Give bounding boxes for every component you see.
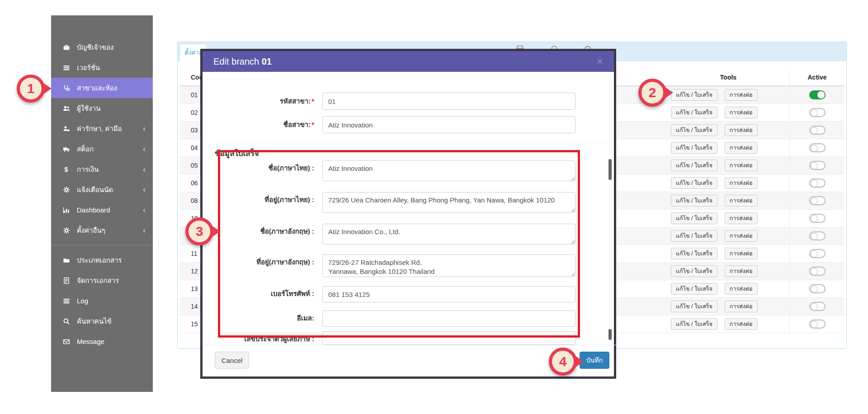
edit-receipt-button[interactable]: แก้ไข / ใบเสร็จ xyxy=(671,212,717,224)
sidebar-item-label: บัญชีเจ้าของ xyxy=(77,42,113,53)
edit-receipt-button[interactable]: แก้ไข / ใบเสร็จ xyxy=(671,195,717,207)
forward-button[interactable]: การส่งต่อ xyxy=(725,89,758,101)
edit-receipt-button[interactable]: แก้ไข / ใบเสร็จ xyxy=(671,318,717,330)
chevron-left-icon: ‹ xyxy=(143,145,146,153)
modal-header: Edit branch 01 × xyxy=(203,51,614,72)
branch-code-input[interactable] xyxy=(322,93,576,110)
sidebar-item[interactable]: สาขาและห้อง ‹ xyxy=(51,78,153,98)
edit-receipt-button[interactable]: แก้ไข / ใบเสร็จ xyxy=(671,160,717,171)
forward-button[interactable]: การส่งต่อ xyxy=(725,301,758,312)
sidebar-divider xyxy=(51,245,153,245)
edit-receipt-button[interactable]: แก้ไข / ใบเสร็จ xyxy=(671,265,717,277)
sidebar-item[interactable]: แจ้งเตือนนัด ‹ xyxy=(51,179,153,200)
receipt-address-en-input[interactable] xyxy=(322,254,576,277)
receipt-name-th-input[interactable] xyxy=(322,160,576,181)
sidebar-item[interactable]: ค่ารักษา, ค่ามือ ‹ xyxy=(51,118,153,139)
dollar-icon: $ xyxy=(62,166,71,173)
active-toggle[interactable] xyxy=(809,126,826,135)
edit-branch-modal: Edit branch 01 × รหัสสาขา:*ชื่อสาขา:*ชื่… xyxy=(200,49,616,379)
active-toggle[interactable] xyxy=(809,231,826,240)
active-toggle[interactable] xyxy=(809,161,826,170)
forward-button[interactable]: การส่งต่อ xyxy=(725,248,758,259)
active-toggle[interactable] xyxy=(809,143,826,152)
sidebar-item-label: เวอร์ชั่น xyxy=(77,62,100,73)
forward-button[interactable]: การส่งต่อ xyxy=(725,230,758,242)
edit-receipt-button[interactable]: แก้ไข / ใบเสร็จ xyxy=(671,230,717,242)
receipt-address-th-input[interactable] xyxy=(322,192,576,213)
edit-receipt-button[interactable]: แก้ไข / ใบเสร็จ xyxy=(671,248,717,259)
stethoscope-icon xyxy=(62,85,71,92)
edit-receipt-button[interactable]: แก้ไข / ใบเสร็จ xyxy=(671,283,717,295)
forward-button[interactable]: การส่งต่อ xyxy=(725,124,758,136)
chevron-left-icon: ‹ xyxy=(143,206,146,214)
sidebar-item[interactable]: ประเภทเอกสาร ‹ xyxy=(51,250,153,270)
sidebar-item[interactable]: Dashboard ‹ xyxy=(51,200,153,220)
sidebar-item[interactable]: จัดการเอกสาร ‹ xyxy=(51,270,153,291)
active-toggle[interactable] xyxy=(809,302,826,311)
header-tools: Tools xyxy=(667,74,789,81)
modal-scrollbar-thumb[interactable] xyxy=(609,329,612,340)
forward-button[interactable]: การส่งต่อ xyxy=(725,283,758,295)
cancel-button[interactable]: Cancel xyxy=(215,352,249,369)
forward-button[interactable]: การส่งต่อ xyxy=(725,318,758,330)
edit-receipt-button[interactable]: แก้ไข / ใบเสร็จ xyxy=(671,142,717,154)
active-toggle[interactable] xyxy=(809,214,826,223)
forward-button[interactable]: การส่งต่อ xyxy=(725,160,758,171)
phone-input[interactable] xyxy=(322,286,576,302)
active-toggle[interactable] xyxy=(809,249,826,258)
active-toggle[interactable] xyxy=(809,179,826,188)
forward-button[interactable]: การส่งต่อ xyxy=(725,142,758,154)
svg-text:$: $ xyxy=(64,166,68,173)
edit-receipt-button[interactable]: แก้ไข / ใบเสร็จ xyxy=(671,177,717,189)
email-input[interactable] xyxy=(322,310,576,327)
close-icon[interactable]: × xyxy=(597,56,603,67)
sidebar-item[interactable]: ค้นหาคนไข้ ‹ xyxy=(51,311,153,331)
modal-divider xyxy=(215,142,606,143)
app-canvas: บัญชีเจ้าของ ‹ เวอร์ชั่น ‹ สาขาและห้อง ‹… xyxy=(0,0,868,414)
active-toggle[interactable] xyxy=(809,284,826,293)
forward-button[interactable]: การส่งต่อ xyxy=(725,212,758,224)
annotation-step-2: 2 xyxy=(638,79,666,107)
tax-id-input[interactable] xyxy=(322,331,576,345)
active-toggle[interactable] xyxy=(809,196,826,205)
edit-receipt-button[interactable]: แก้ไข / ใบเสร็จ xyxy=(671,301,717,312)
envelope-icon xyxy=(62,338,71,345)
edit-receipt-button[interactable]: แก้ไข / ใบเสร็จ xyxy=(671,89,717,101)
active-toggle[interactable] xyxy=(809,320,826,329)
sidebar-item[interactable]: $ การเงิน ‹ xyxy=(51,159,153,179)
forward-button[interactable]: การส่งต่อ xyxy=(725,177,758,189)
sidebar-item-label: ประเภทเอกสาร xyxy=(77,255,122,266)
required-asterisk: * xyxy=(311,97,314,105)
forward-button[interactable]: การส่งต่อ xyxy=(725,107,758,118)
active-toggle[interactable] xyxy=(809,90,826,99)
sidebar-item[interactable]: ผู้ใช้งาน ‹ xyxy=(51,98,153,118)
receipt-address-th-label: ที่อยู่(ภาษาไทย) : xyxy=(197,195,314,205)
sidebar-item[interactable]: เวอร์ชั่น ‹ xyxy=(51,57,153,78)
chevron-left-icon: ‹ xyxy=(143,165,146,173)
chevron-left-icon: ‹ xyxy=(143,125,146,132)
document-icon xyxy=(62,277,71,284)
edit-receipt-button[interactable]: แก้ไข / ใบเสร็จ xyxy=(671,107,717,118)
sidebar-item[interactable]: บัญชีเจ้าของ ‹ xyxy=(51,37,153,57)
briefcase-icon xyxy=(62,44,71,51)
modal-scrollbar-thumb[interactable] xyxy=(609,159,612,180)
forward-button[interactable]: การส่งต่อ xyxy=(725,195,758,207)
active-toggle[interactable] xyxy=(809,108,826,117)
receipt-name-en-input[interactable] xyxy=(322,224,576,245)
list-icon xyxy=(62,297,71,305)
sidebar-item[interactable]: Message ‹ xyxy=(51,331,153,352)
sidebar-item[interactable]: สต็อก ‹ xyxy=(51,139,153,159)
header-active: Active xyxy=(789,69,844,85)
sidebar-item-label: Dashboard xyxy=(77,206,110,214)
sidebar-item[interactable]: ตั้งค่าอื่นๆ ‹ xyxy=(51,220,153,240)
annotation-step-3: 3 xyxy=(185,217,213,245)
active-toggle[interactable] xyxy=(809,267,826,276)
modal-footer-divider xyxy=(205,345,616,345)
forward-button[interactable]: การส่งต่อ xyxy=(725,265,758,277)
gear-icon xyxy=(62,186,71,193)
save-button[interactable]: บันทึก xyxy=(580,352,609,369)
chevron-left-icon: ‹ xyxy=(143,186,146,193)
sidebar-item[interactable]: Log ‹ xyxy=(51,291,153,311)
edit-receipt-button[interactable]: แก้ไข / ใบเสร็จ xyxy=(671,124,717,136)
branch-name-input[interactable] xyxy=(322,116,576,133)
